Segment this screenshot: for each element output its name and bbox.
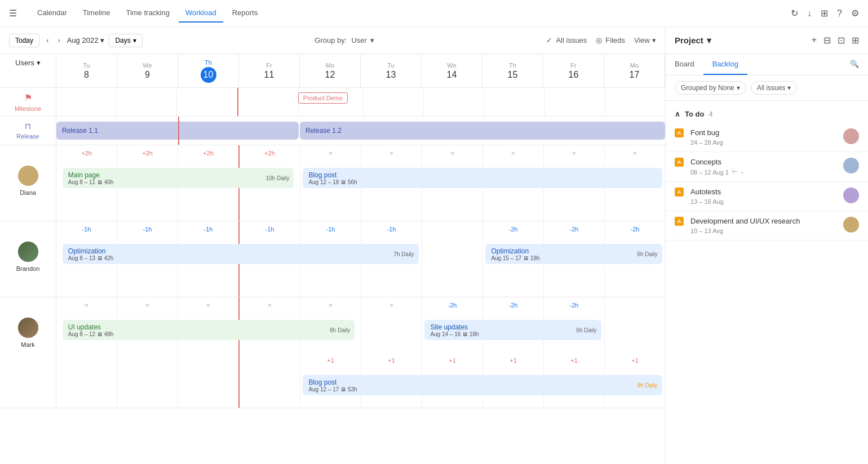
- priority-badge-concepts: A: [675, 158, 684, 167]
- todo-section-header[interactable]: ∧ To do 4: [666, 105, 868, 123]
- tab-workload[interactable]: Workload: [179, 4, 223, 23]
- backlog-item-devuiux[interactable]: A Development and UI/UX research 10 – 13…: [666, 211, 868, 240]
- brandon-task-opt1[interactable]: Optimization Aug 8 – 13 🖥 42h 7h Daily: [63, 244, 419, 264]
- diana-ot-5: =: [361, 145, 422, 161]
- grouped-by-filter[interactable]: Grouped by None ▾: [675, 81, 746, 95]
- item-content-concepts: Concepts 08 – 12 Aug 1 ⊢ ›: [690, 158, 836, 176]
- diana-overtime-row: +2h +2h +2h +2h = = = = = =: [0, 145, 665, 161]
- release-1-2-bar[interactable]: Release 1.2: [300, 122, 665, 140]
- date-col-mo12: Mo 12: [300, 54, 361, 87]
- backlog-item-concepts[interactable]: A Concepts 08 – 12 Aug 1 ⊢ ›: [666, 152, 868, 182]
- mark-task-siteupdates[interactable]: Site updates Aug 14 – 16 🖥 18h 6h Daily: [424, 320, 601, 340]
- diana-task-blogpost-meta: Aug 12 – 18 🖥 56h: [308, 179, 357, 185]
- diana-task-mainpage[interactable]: Main page Aug 8 – 11 🖥 40h 10h Daily: [63, 168, 294, 188]
- add-icon[interactable]: +: [812, 35, 817, 46]
- priority-badge-fontbug: A: [675, 128, 684, 137]
- diana-tasks-row: Diana: [0, 161, 665, 200]
- calendar-container: Users ▾ Tu 8 We 9 Th: [0, 54, 665, 464]
- date-col-tu8: Tu 8: [56, 54, 117, 87]
- days-selector[interactable]: Days ▾: [109, 34, 142, 47]
- milestone-cell-8: [545, 88, 605, 116]
- date-col-fr11: Fr 11: [239, 54, 300, 87]
- backlog-content: ∧ To do 4 A Font bug 24 – 28 Avg A: [666, 101, 868, 464]
- item-avatar-concepts: [843, 158, 859, 173]
- item-title-devuiux: Development and UI/UX research: [690, 217, 836, 225]
- milestone-icon: ⚑: [24, 92, 32, 103]
- groupby-selector[interactable]: User ▾: [351, 36, 374, 44]
- milestone-label: Milestone: [15, 105, 41, 112]
- date-col-fr16: Fr 16: [543, 54, 604, 87]
- sidebar-icon[interactable]: ⊞: [852, 35, 859, 46]
- item-avatar-autotests: [843, 188, 859, 203]
- brandon-task-area: Optimization Aug 8 – 13 🖥 42h 7h Daily O…: [56, 237, 665, 276]
- brandon-task-opt2[interactable]: Optimization Aug 15 – 17 🖥 18h 6h Daily: [485, 244, 662, 264]
- fileds-filter[interactable]: ◎ Fileds: [596, 36, 625, 44]
- diana-task-blogpost[interactable]: Blog post Aug 12 – 18 🖥 56h: [303, 168, 662, 188]
- top-nav: ☰ Calendar Timeline Time tracking Worklo…: [0, 0, 868, 27]
- all-issues-backlog-filter[interactable]: All issues ▾: [751, 81, 798, 95]
- prev-arrow[interactable]: ‹: [44, 34, 51, 47]
- diana-ot-6: =: [422, 145, 483, 161]
- diana-name: Diana: [20, 189, 36, 196]
- mark-task-blogpost[interactable]: Blog post Aug 12 – 17 🖥 53h 9h Daily: [303, 375, 662, 395]
- brandon-name: Brandon: [16, 265, 40, 272]
- item-meta-autotests: 13 – 16 Aug: [690, 198, 836, 205]
- filter-chevron-icon: ▾: [737, 84, 740, 92]
- toolbar-right: ✓ All issues ◎ Fileds View ▾: [546, 36, 656, 44]
- users-header: Users ▾: [0, 54, 56, 87]
- release-1-1-bar[interactable]: Release 1.1: [56, 122, 299, 140]
- list-icon[interactable]: ⊟: [823, 35, 831, 46]
- diana-ot-9: =: [605, 145, 665, 161]
- brandon-overtime-row: -1h -1h -1h -1h -1h -1h -2h -2h -2h: [0, 221, 665, 237]
- date-col-th10: Th 10: [178, 54, 239, 87]
- tab-timeline[interactable]: Timeline: [76, 4, 117, 23]
- date-range-selector[interactable]: Aug 2022 ▾: [67, 36, 105, 44]
- today-button[interactable]: Today: [9, 34, 39, 47]
- item-avatar-devuiux: [843, 217, 859, 233]
- layout-icon[interactable]: ⊡: [838, 35, 845, 46]
- date-col-mo17: Mo 17: [604, 54, 665, 87]
- brandon-ot-3: -1h: [240, 221, 300, 237]
- download-icon[interactable]: ↓: [807, 8, 812, 19]
- item-title-autotests: Autotests: [690, 188, 836, 196]
- mark-task-uiupdates[interactable]: UI updates Aug 8 – 12 🖥 48h 8h Daily: [63, 320, 355, 340]
- release-cells: Release 1.1 Release 1.2: [56, 117, 665, 145]
- backlog-search-button[interactable]: 🔍: [841, 54, 868, 75]
- priority-badge-autotests: A: [675, 188, 684, 197]
- tab-backlog[interactable]: Backlog: [703, 54, 747, 75]
- users-label[interactable]: Users ▾: [15, 59, 41, 67]
- next-arrow[interactable]: ›: [55, 34, 62, 47]
- tab-reports[interactable]: Reports: [225, 4, 265, 23]
- backlog-header-icons: + ⊟ ⊡ ⊞: [812, 35, 859, 46]
- backlog-item-fontbug[interactable]: A Font bug 24 – 28 Avg: [666, 123, 868, 152]
- project-title[interactable]: Project ▾: [675, 35, 711, 46]
- release-label: Release: [16, 133, 39, 140]
- milestone-cell-3: [238, 88, 299, 116]
- item-title-fontbug: Font bug: [690, 128, 836, 137]
- settings-icon[interactable]: ⚙: [851, 8, 859, 19]
- filter-icon[interactable]: ⊞: [821, 8, 828, 19]
- item-meta-devuiux: 10 – 13 Avg: [690, 227, 836, 234]
- diana-user-cell: Diana: [0, 161, 56, 200]
- mark-name: Mark: [21, 341, 34, 348]
- backlog-item-autotests[interactable]: A Autotests 13 – 16 Aug: [666, 182, 868, 211]
- arrow-icon-concepts: ›: [741, 169, 743, 176]
- diana-ot-4: =: [300, 145, 361, 161]
- tab-timetracking[interactable]: Time tracking: [119, 4, 176, 23]
- brandon-ot-1: -1h: [117, 221, 178, 237]
- tab-calendar[interactable]: Calendar: [30, 4, 74, 23]
- diana-task-blogpost-title: Blog post: [308, 171, 357, 179]
- all-issues-filter[interactable]: ✓ All issues: [546, 36, 587, 44]
- view-selector[interactable]: View ▾: [634, 36, 656, 44]
- brandon-avatar: [18, 242, 38, 262]
- item-meta-concepts: 08 – 12 Aug 1 ⊢ ›: [690, 168, 836, 176]
- calendar-scroll-area[interactable]: Users ▾ Tu 8 We 9 Th: [0, 54, 665, 464]
- tab-board[interactable]: Board: [666, 54, 703, 75]
- diana-ot-7: =: [483, 145, 544, 161]
- help-icon[interactable]: ?: [837, 8, 842, 19]
- brandon-ot-0: -1h: [56, 221, 117, 237]
- item-avatar-fontbug: [843, 128, 859, 144]
- brandon-section: -1h -1h -1h -1h -1h -1h -2h -2h -2h: [0, 221, 665, 297]
- menu-icon[interactable]: ☰: [9, 8, 17, 19]
- refresh-icon[interactable]: ↻: [791, 8, 798, 19]
